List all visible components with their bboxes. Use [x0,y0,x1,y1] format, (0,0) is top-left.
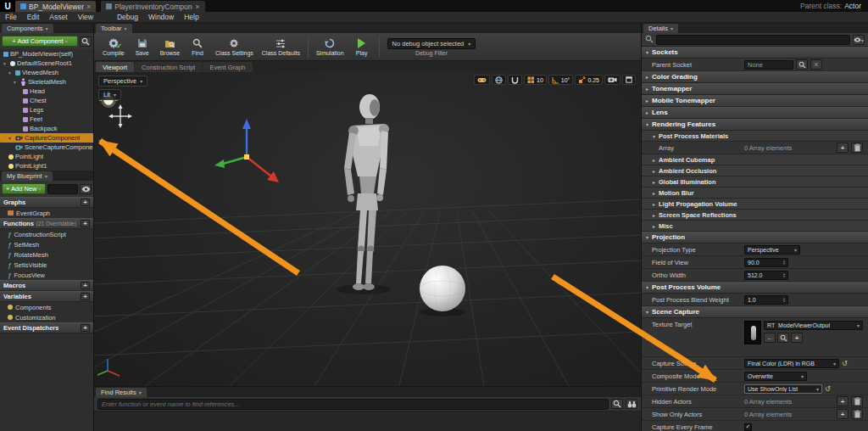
window-tab-bp-modelviewer[interactable]: BP_ModelViewer [15,1,96,12]
section-ambient-cubemap[interactable]: Ambient Cubemap [642,154,868,165]
debug-object-dropdown[interactable]: No debug object selected [387,38,476,49]
class-settings-button[interactable]: Class Settings [212,36,257,57]
tab-find-results[interactable]: Find Results [96,388,147,397]
section-screen-space-reflections[interactable]: Screen Space Reflections [642,210,868,221]
expander-icon[interactable] [8,134,14,142]
blend-weight-input[interactable]: 1.0▴▾ [744,295,788,305]
use-selected-asset-icon[interactable] [764,333,776,343]
world-space-icon[interactable] [492,75,506,85]
perspective-dropdown[interactable]: Perspective [98,76,147,87]
tree-item-legs[interactable]: Legs [0,105,93,115]
find-button[interactable]: Find [185,36,210,57]
menu-edit[interactable]: Edit [22,13,45,21]
rotation-snap-toggle[interactable]: 10° [548,75,574,85]
section-motion-blur[interactable]: Motion Blur [642,188,868,199]
reset-to-default-icon[interactable] [842,359,848,367]
tab-viewport[interactable]: Viewport [96,62,134,72]
search-icon[interactable] [611,399,623,409]
browse-asset-icon[interactable] [777,333,789,343]
capture-every-frame-checkbox[interactable] [744,423,752,431]
variable-item-customization[interactable]: Customization [0,312,93,322]
spinner-icon[interactable]: ▴▾ [783,260,785,265]
lit-mode-dropdown[interactable]: Lit [98,89,121,100]
menu-window[interactable]: Window [143,13,179,21]
function-item-rotatemesh[interactable]: RotateMesh [0,249,93,260]
mannequin-actor[interactable] [344,94,389,290]
expander-icon[interactable] [14,78,19,86]
close-tab-icon[interactable] [86,3,91,11]
section-ambient-occlusion[interactable]: Ambient Occlusion [642,165,868,176]
save-button[interactable]: Save [130,36,155,57]
add-macro-icon[interactable] [81,282,90,289]
new-asset-icon[interactable] [791,333,803,343]
tree-item-skeletalmesh[interactable]: SkeletalMesh [0,77,93,87]
tab-construction-script[interactable]: Construction Script [135,62,202,72]
reset-to-default-icon[interactable] [825,384,831,393]
sphere-actor[interactable] [420,266,465,311]
class-defaults-button[interactable]: Class Defaults [259,36,303,57]
function-item-setisvisible[interactable]: SetIsVisible [0,260,93,270]
section-post-process-volume[interactable]: Post Process Volume [642,282,868,294]
expander-icon[interactable] [8,69,14,76]
projection-type-dropdown[interactable]: Perspective [744,245,800,255]
clear-array-trash-icon[interactable] [851,396,863,406]
add-array-element-icon[interactable] [837,396,849,406]
primitive-render-mode-dropdown[interactable]: Use ShowOnly List [744,384,822,394]
menu-help[interactable]: Help [179,13,203,21]
add-graph-icon[interactable] [81,199,90,206]
section-tonemapper[interactable]: Tonemapper [642,83,868,95]
tab-details[interactable]: Details [643,24,678,33]
camera-speed-icon[interactable] [604,75,620,85]
section-light-propagation-volume[interactable]: Light Propagation Volume [642,199,868,210]
section-sockets[interactable]: Sockets [642,47,868,59]
scale-snap-toggle[interactable]: 0.25 [575,75,603,85]
add-function-icon[interactable] [81,220,90,227]
tree-item-head[interactable]: Head [0,87,93,96]
simulation-button[interactable]: Simulation [313,36,348,57]
section-misc[interactable]: Misc [642,221,868,232]
capture-source-dropdown[interactable]: Final Color (LDR) in RGB [744,359,839,368]
tree-item-pointlight1[interactable]: PointLight1 [0,161,93,171]
details-search-input[interactable] [656,35,850,45]
function-item-setmesh[interactable]: SetMesh [0,239,93,249]
menu-debug[interactable]: Debug [112,13,143,21]
browse-button[interactable]: Browse [157,36,183,57]
socket-clear-icon[interactable] [810,59,822,70]
maximize-icon[interactable] [622,75,636,85]
close-tab-icon[interactable] [195,3,199,11]
texture-target-dropdown[interactable]: RT_ModelViewerOutput [764,321,863,330]
texture-target-thumbnail[interactable] [744,321,761,344]
graph-item-eventgraph[interactable]: EventGraph [0,208,93,218]
tree-item-backpack[interactable]: Backpack [0,124,93,133]
section-scene-capture[interactable]: Scene Capture [642,306,868,318]
section-variables[interactable]: Variables [0,291,93,302]
section-mobile-tonemapper[interactable]: Mobile Tonemapper [642,95,868,107]
find-in-blueprints-binoculars-icon[interactable] [626,399,637,409]
ortho-width-input[interactable]: 512.0▴▾ [744,271,788,280]
section-color-grading[interactable]: Color Grading [642,71,868,83]
compile-button[interactable]: ✓ Compile [99,36,128,57]
transform-gizmo[interactable] [214,119,279,182]
section-macros[interactable]: Macros [0,280,93,291]
grid-snap-toggle[interactable]: 10 [524,75,547,85]
tree-item-bp-modelviewer-self[interactable]: BP_ModelViewer(self) [0,49,93,59]
gamepad-icon[interactable] [474,75,490,85]
viewport-3d[interactable]: Perspective Lit 10 10° 0.25 [94,72,641,386]
expander-icon[interactable] [3,59,8,67]
tab-event-graph[interactable]: Event Graph [203,62,252,72]
variable-item-components[interactable]: Components [0,302,93,312]
tab-components[interactable]: Components [2,24,53,33]
spinner-icon[interactable]: ▴▾ [783,272,785,277]
tab-my-blueprint[interactable]: My Blueprint [2,171,53,181]
section-lens[interactable]: Lens [642,107,868,119]
add-variable-icon[interactable] [81,293,90,300]
section-graphs[interactable]: Graphs [0,197,93,208]
menu-file[interactable]: File [0,13,22,21]
my-blueprint-search-input[interactable] [47,184,79,194]
tab-toolbar[interactable]: Toolbar [96,24,132,33]
section-event-dispatchers[interactable]: Event Dispatchers [0,322,93,333]
function-item-constructionscript[interactable]: ConstructionScript [0,229,93,239]
view-options-eye-icon[interactable] [853,35,865,45]
components-search-icon[interactable] [80,36,92,47]
add-component-button[interactable]: + Add Component [2,36,78,47]
